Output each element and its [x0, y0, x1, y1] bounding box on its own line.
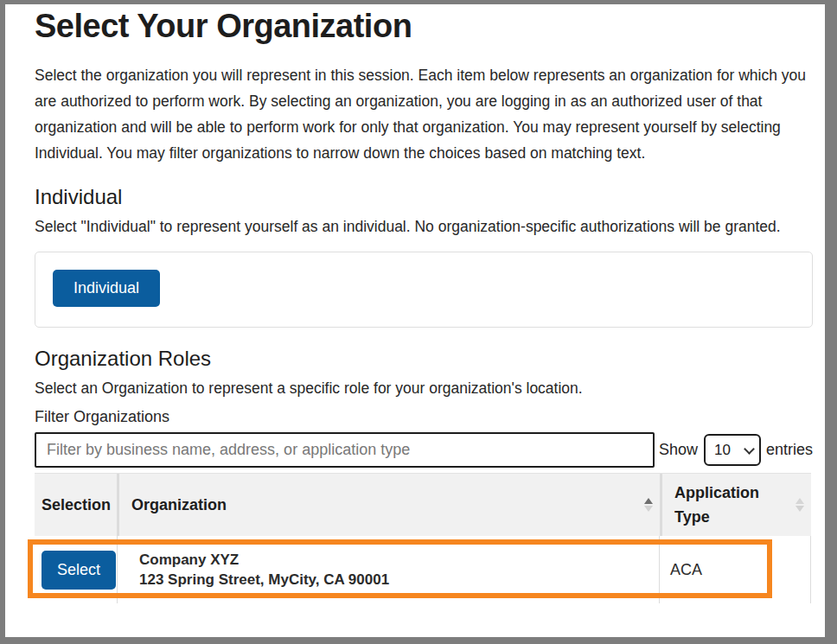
organization-name: Company XYZ: [139, 552, 659, 569]
selection-cell: Select: [35, 536, 117, 603]
page-content: Select Your Organization Select the orga…: [35, 8, 813, 603]
show-label: Show: [659, 441, 698, 459]
organization-address: 123 Spring Street, MyCity, CA 90001: [139, 571, 659, 589]
filter-organizations-label: Filter Organizations: [35, 408, 813, 426]
individual-button[interactable]: Individual: [53, 270, 160, 307]
table-row: Select Company XYZ 123 Spring Street, My…: [35, 536, 811, 603]
organization-roles-heading: Organization Roles: [35, 347, 813, 371]
sort-arrow-down: [644, 506, 653, 512]
column-header-label: Application Type: [674, 481, 795, 529]
sort-arrow-up: [644, 498, 653, 504]
application-type-value: ACA: [670, 561, 702, 579]
page-size-select[interactable]: 10: [704, 434, 761, 466]
application-type-cell: ACA: [659, 536, 810, 603]
page-title: Select Your Organization: [35, 8, 813, 45]
page-frame: Select Your Organization Select the orga…: [0, 0, 837, 644]
column-header-organization[interactable]: Organization: [117, 474, 660, 536]
sort-unsorted-icon: [795, 498, 804, 512]
column-header-label: Organization: [131, 496, 644, 514]
sort-ascending-icon: [644, 498, 653, 512]
organization-cell: Company XYZ 123 Spring Street, MyCity, C…: [117, 536, 659, 603]
sort-arrow-up: [795, 498, 804, 504]
individual-description: Select "Individual" to represent yoursel…: [35, 214, 813, 239]
filter-organizations-input[interactable]: [35, 432, 655, 468]
column-header-label: Selection: [42, 496, 111, 514]
column-header-application-type[interactable]: Application Type: [660, 474, 811, 536]
organization-roles-description: Select an Organization to represent a sp…: [35, 375, 813, 401]
sort-arrow-down: [795, 506, 804, 512]
entries-label: entries: [766, 441, 813, 459]
filter-row: Show 10 entries: [35, 432, 813, 468]
intro-text: Select the organization you will represe…: [35, 62, 813, 166]
column-header-selection: Selection: [35, 474, 117, 536]
table-header-row: Selection Organization Application Type: [35, 474, 811, 536]
individual-heading: Individual: [35, 185, 813, 209]
select-organization-button[interactable]: Select: [42, 551, 116, 590]
individual-card: Individual: [35, 252, 813, 328]
organization-table: Selection Organization Application Type: [35, 473, 811, 603]
page-size-select-wrap: 10: [704, 434, 761, 466]
